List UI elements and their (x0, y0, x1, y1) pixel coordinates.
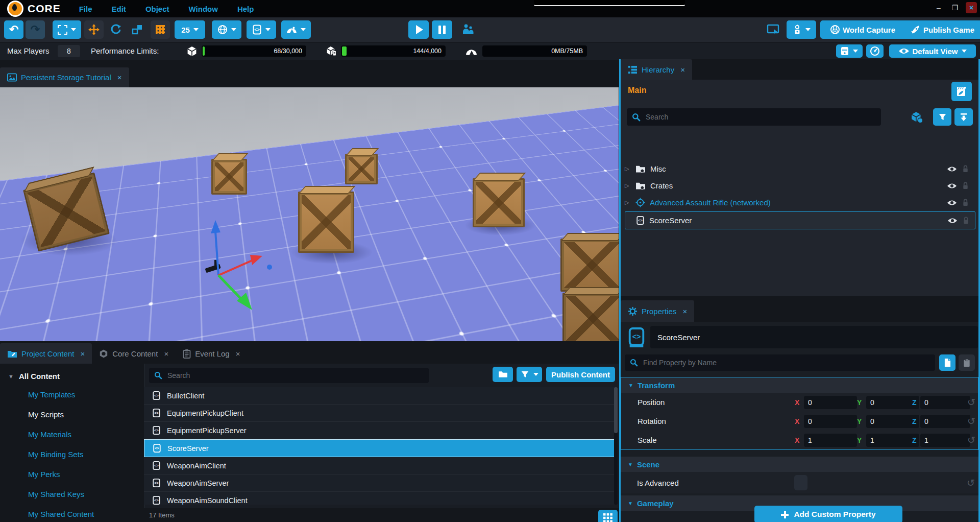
window-close-button[interactable]: × (966, 2, 977, 13)
position-z-input[interactable] (920, 396, 970, 409)
menu-edit[interactable]: Edit (112, 5, 126, 13)
cinematic-capture-button[interactable] (951, 82, 972, 101)
publish-content-button[interactable]: Publish Content (546, 367, 615, 382)
default-view-dropdown[interactable]: Default View (889, 44, 976, 58)
publish-game-button[interactable]: Publish Game (897, 20, 980, 39)
hierarchy-item-advanced-assault-rifle[interactable]: ▷ Advanced Assault Rifle (networked) (625, 194, 974, 211)
tree-item-my-templates[interactable]: My Templates (0, 385, 144, 405)
paste-properties-button[interactable] (959, 354, 975, 371)
visibility-eye-icon[interactable] (947, 165, 957, 173)
file-row[interactable]: <> WeaponAimServer (144, 474, 615, 492)
pause-button[interactable] (432, 20, 452, 39)
hierarchy-root-label[interactable]: Main (628, 86, 646, 95)
redo-button[interactable]: ↷ (26, 20, 45, 39)
file-list-scrollbar[interactable] (614, 387, 618, 505)
tree-item-my-shared-content[interactable]: My Shared Content (0, 504, 144, 522)
content-search-input[interactable] (166, 367, 429, 384)
close-tab-icon[interactable]: × (80, 349, 85, 358)
move-tool-button[interactable] (84, 20, 104, 39)
tree-expand-icon[interactable]: ▼ (8, 373, 14, 379)
hierarchy-search[interactable] (627, 108, 881, 126)
world-settings-dropdown[interactable] (212, 20, 241, 39)
file-row[interactable]: <> EquipmentPickupServer (144, 422, 615, 439)
lock-icon[interactable] (962, 181, 969, 190)
file-row[interactable]: <> BulletClient (144, 387, 615, 405)
rotation-z-input[interactable] (920, 415, 970, 428)
tab-core-content[interactable]: Core Content × (92, 343, 176, 364)
file-row[interactable]: <> EquipmentPickupClient (144, 405, 615, 422)
visibility-eye-icon[interactable] (947, 199, 957, 206)
open-folder-button[interactable] (493, 367, 513, 382)
scale-y-input[interactable] (866, 434, 919, 447)
lock-icon[interactable] (962, 164, 969, 173)
grid-snap-button[interactable] (151, 20, 170, 39)
snap-size-dropdown[interactable]: 25 (175, 20, 205, 39)
undo-button[interactable]: ↶ (4, 20, 23, 39)
lock-icon[interactable] (962, 216, 970, 225)
hierarchy-search-input[interactable] (645, 108, 881, 126)
transform-gizmo[interactable] (184, 215, 301, 317)
hierarchy-filter-button[interactable] (933, 108, 951, 126)
hierarchy-item-crates[interactable]: ▷ Crates (625, 177, 974, 194)
crate[interactable] (345, 154, 378, 184)
close-tab-icon[interactable]: × (680, 65, 685, 74)
position-y-input[interactable] (866, 396, 919, 409)
close-tab-icon[interactable]: × (682, 307, 687, 316)
tab-persistent-storage-tutorial[interactable]: Persistent Storage Tutorial × (0, 67, 129, 87)
tree-item-my-perks[interactable]: My Perks (0, 464, 144, 484)
menu-help[interactable]: Help (237, 5, 254, 13)
terrain-dropdown[interactable] (281, 20, 311, 39)
menu-file[interactable]: File (79, 5, 92, 13)
tab-event-log[interactable]: Event Log × (176, 343, 247, 364)
reset-icon[interactable]: ↺ (967, 477, 975, 489)
visibility-eye-icon[interactable] (947, 217, 958, 224)
is-advanced-checkbox[interactable] (794, 475, 807, 490)
rotation-x-input[interactable] (804, 415, 857, 428)
crate[interactable] (562, 293, 619, 341)
reset-icon[interactable]: ↺ (967, 415, 975, 427)
tree-item-my-materials[interactable]: My Materials (0, 424, 144, 444)
crate[interactable] (211, 159, 247, 195)
find-property-search[interactable] (625, 354, 935, 371)
collapse-all-button[interactable] (954, 108, 973, 126)
expand-triangle-icon[interactable]: ▷ (625, 165, 631, 172)
find-property-input[interactable] (642, 354, 935, 371)
close-tab-icon[interactable]: × (117, 73, 122, 82)
object-name-field[interactable]: ScoreServer (650, 326, 978, 348)
networked-object-toggle-icon[interactable] (911, 111, 924, 124)
screen-share-button[interactable] (763, 20, 783, 39)
crate[interactable] (560, 239, 619, 292)
rotation-y-input[interactable] (866, 415, 919, 428)
3d-viewport[interactable] (0, 87, 619, 341)
expand-triangle-icon[interactable]: ▷ (625, 182, 631, 189)
tab-project-content[interactable]: Project Content × (0, 343, 92, 364)
max-players-field[interactable]: 8 (58, 45, 80, 57)
reset-icon[interactable]: ↺ (967, 396, 975, 408)
copy-properties-button[interactable] (939, 354, 955, 371)
world-capture-button[interactable]: World Capture (820, 20, 905, 39)
close-tab-icon[interactable]: × (236, 349, 240, 358)
filter-dropdown-button[interactable] (517, 367, 542, 382)
rotate-tool-button[interactable] (106, 20, 126, 39)
crate[interactable] (473, 178, 525, 227)
hierarchy-item-misc[interactable]: ▷ Misc (625, 160, 974, 177)
scale-tool-button[interactable] (128, 20, 147, 39)
scene-section-header[interactable]: ▼ Scene (621, 457, 978, 472)
select-tool-button[interactable] (53, 20, 81, 39)
tree-item-my-shared-keys[interactable]: My Shared Keys (0, 484, 144, 504)
add-custom-property-button[interactable]: Add Custom Property (754, 506, 902, 522)
multiplayer-preview-button[interactable] (457, 20, 478, 39)
tab-properties[interactable]: Properties × (621, 300, 694, 322)
file-row-selected[interactable]: <> ScoreServer (144, 439, 615, 457)
play-button[interactable] (408, 20, 429, 39)
reset-icon[interactable]: ↺ (967, 434, 975, 446)
save-dropdown-button[interactable] (836, 44, 863, 58)
tree-item-my-scripts[interactable]: My Scripts (0, 405, 144, 424)
tree-item-my-binding-sets[interactable]: My Binding Sets (0, 444, 144, 464)
lock-icon[interactable] (962, 198, 969, 207)
bot-tools-dropdown[interactable] (787, 20, 816, 39)
menu-object[interactable]: Object (145, 5, 169, 13)
position-x-input[interactable] (804, 396, 857, 409)
hierarchy-item-scoreserver[interactable]: ▷ <> ScoreServer (625, 211, 975, 229)
window-minimize-button[interactable]: – (933, 2, 944, 13)
